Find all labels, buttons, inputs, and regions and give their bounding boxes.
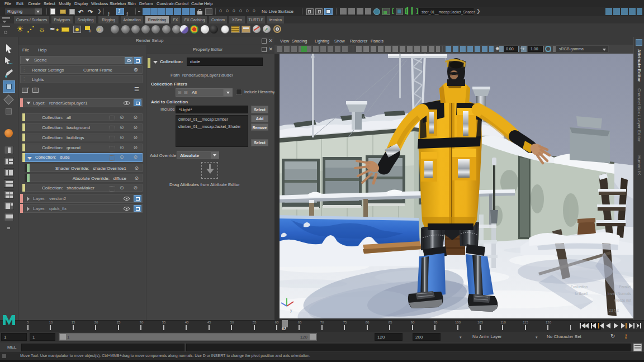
svg-text:Evaluation: Evaluation	[571, 285, 588, 289]
svg-text:Invert Normals: Invert Normals	[608, 292, 632, 296]
svg-text:Freeze not: Freeze not	[614, 298, 631, 302]
svg-text:y: y	[290, 308, 292, 313]
svg-text:Parallel: Parallel	[619, 285, 631, 289]
svg-text:Io Swell: Io Swell	[575, 292, 588, 296]
svg-text:23 fps: 23 fps	[609, 308, 619, 313]
